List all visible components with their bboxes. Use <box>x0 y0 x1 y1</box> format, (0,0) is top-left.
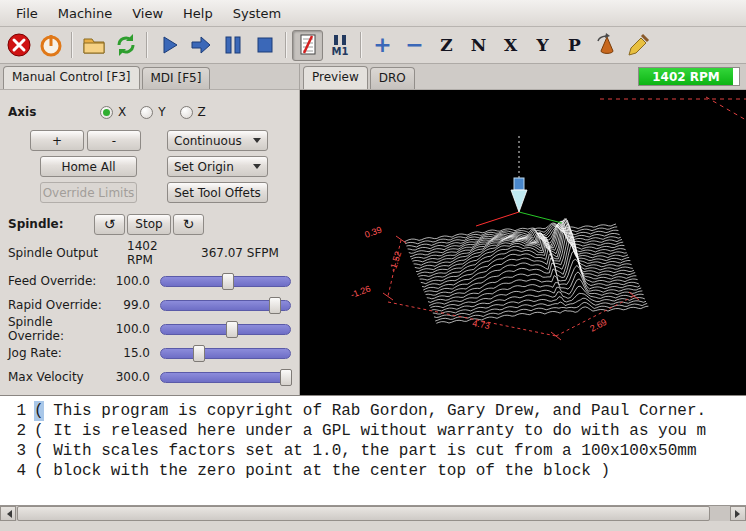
skip-lines-slash-icon <box>295 32 321 58</box>
spindle-output-sfpm: 367.07 SFPM <box>201 246 279 260</box>
feed-override-slider[interactable] <box>160 273 291 290</box>
run-button[interactable] <box>153 30 184 61</box>
arrow-right-icon <box>735 510 744 518</box>
spindle-override-label: Spindle Override: <box>8 315 110 343</box>
jog-plus-button[interactable]: + <box>30 130 84 151</box>
jog-minus-button[interactable]: - <box>87 130 141 151</box>
spindle-reverse-button[interactable]: ↺ <box>94 214 125 235</box>
zoom-out-button[interactable]: − <box>399 30 430 61</box>
gcode-line: 2( It is released here under a GPL witho… <box>0 421 746 441</box>
menu-system[interactable]: System <box>223 1 291 26</box>
zoom-in-button[interactable]: + <box>367 30 398 61</box>
tab-mdi[interactable]: MDI [F5] <box>142 67 211 89</box>
horizontal-scrollbar[interactable] <box>0 505 746 521</box>
rotate-view-button[interactable] <box>591 30 622 61</box>
toolbar-separator <box>285 32 287 58</box>
spindle-override-slider[interactable] <box>160 321 291 338</box>
set-origin-dropdown[interactable]: Set Origin <box>167 156 268 177</box>
view-normal-button[interactable]: N <box>463 30 494 61</box>
clear-plot-button[interactable] <box>623 30 654 61</box>
machine-power-button[interactable] <box>35 30 66 61</box>
reload-button[interactable] <box>110 30 141 61</box>
stop-button[interactable] <box>249 30 280 61</box>
estop-button[interactable] <box>3 30 34 61</box>
gcode-line: 1( This program is copyright of Rab Gord… <box>0 401 746 421</box>
scrollbar-thumb[interactable] <box>17 506 710 521</box>
letter-z-icon: Z <box>440 35 452 55</box>
spindle-stop-button[interactable]: Stop <box>127 214 171 235</box>
menu-machine[interactable]: Machine <box>48 1 122 26</box>
home-all-button[interactable]: Home All <box>40 156 137 177</box>
arrow-left-icon <box>3 510 12 518</box>
slider-handle[interactable] <box>222 273 234 290</box>
view-z-button[interactable]: Z <box>431 30 462 61</box>
view-y-button[interactable]: Y <box>527 30 558 61</box>
set-tool-offsets-button[interactable]: Set Tool Offets <box>167 182 268 203</box>
reload-icon <box>113 32 139 58</box>
axis-x-radio[interactable] <box>100 106 113 119</box>
axis-y-radio[interactable] <box>140 106 153 119</box>
menu-help[interactable]: Help <box>173 1 223 26</box>
tool-shank <box>514 178 524 190</box>
step-button[interactable] <box>185 30 216 61</box>
left-tabbar: Manual Control [F3] MDI [F5] <box>0 64 299 90</box>
slider-handle[interactable] <box>269 297 281 314</box>
dim-label: 4.73 <box>472 318 491 331</box>
spindle-rpm-progress: 1402 RPM <box>638 67 740 86</box>
set-origin-label: Set Origin <box>174 160 234 174</box>
right-tabbar: Preview DRO 1402 RPM <box>300 64 746 90</box>
axis-z-radio[interactable] <box>180 106 193 119</box>
chevron-down-icon <box>253 164 261 173</box>
line-number: 2 <box>0 421 26 441</box>
feed-override-label: Feed Override: <box>8 274 110 288</box>
toggle-optional-pause-button[interactable]: M1 <box>324 30 355 61</box>
gcode-text: ( It is released here under a GPL withou… <box>34 421 706 441</box>
chevron-down-icon <box>253 138 261 147</box>
line-number: 3 <box>0 441 26 461</box>
rapid-override-value: 99.0 <box>110 298 150 312</box>
y-axis-line <box>519 212 562 223</box>
override-limits-button[interactable]: Override Limits <box>40 182 137 203</box>
slider-handle[interactable] <box>193 345 205 362</box>
toolbar-separator <box>146 32 148 58</box>
letter-n-icon: N <box>471 35 487 55</box>
highlighted-char: ( <box>34 401 44 421</box>
gcode-text: This program is copyright of Rab Gordon,… <box>44 401 707 421</box>
brush-icon <box>626 32 652 58</box>
scrollbar-track[interactable] <box>16 506 730 521</box>
power-icon <box>38 32 64 58</box>
jog-rate-slider[interactable] <box>160 345 291 362</box>
axis-y-label: Y <box>158 105 165 119</box>
jog-rate-value: 15.0 <box>110 346 150 360</box>
view-x-button[interactable]: X <box>495 30 526 61</box>
toggle-skip-lines-button[interactable] <box>292 30 323 61</box>
jog-increment-dropdown[interactable]: Continuous <box>167 130 268 151</box>
spindle-label: Spindle: <box>8 217 58 231</box>
preview-canvas[interactable]: 0.39 -1.52 -1.26 4.73 2.69 <box>300 90 746 395</box>
slider-handle[interactable] <box>280 369 292 386</box>
menu-view[interactable]: View <box>122 1 173 26</box>
max-velocity-value: 300.0 <box>110 370 150 384</box>
spindle-forward-button[interactable]: ↻ <box>173 214 204 235</box>
estop-icon <box>6 32 32 58</box>
scroll-left-button[interactable] <box>0 506 16 521</box>
view-perspective-button[interactable]: P <box>559 30 590 61</box>
pause-button[interactable] <box>217 30 248 61</box>
step-arrow-icon <box>188 32 214 58</box>
open-file-button[interactable] <box>78 30 109 61</box>
slider-handle[interactable] <box>226 321 238 338</box>
rapid-override-slider[interactable] <box>160 297 291 314</box>
menu-file[interactable]: File <box>6 1 48 26</box>
letter-y-icon: Y <box>536 35 548 55</box>
max-velocity-label: Max Velocity <box>8 370 110 384</box>
tab-manual-control[interactable]: Manual Control [F3] <box>3 66 140 89</box>
jog-increment-value: Continuous <box>174 134 242 148</box>
minus-icon: − <box>405 34 423 56</box>
scroll-right-button[interactable] <box>730 506 746 521</box>
gcode-listing[interactable]: 1( This program is copyright of Rab Gord… <box>0 395 746 505</box>
tab-preview[interactable]: Preview <box>303 66 368 89</box>
max-velocity-slider[interactable] <box>160 369 291 386</box>
gcode-text: ( block with the zero point at the cente… <box>34 461 610 481</box>
pause-icon <box>220 32 246 58</box>
tab-dro[interactable]: DRO <box>370 67 415 89</box>
